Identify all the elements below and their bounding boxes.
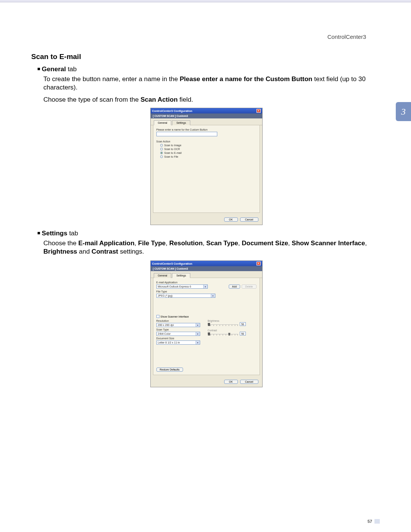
page-number-decoration	[374, 519, 380, 524]
top-header-bar	[0, 0, 411, 2]
contrast-slider[interactable]: 50	[208, 332, 256, 335]
tab-settings[interactable]: Settings	[172, 120, 190, 125]
checkbox-icon	[156, 315, 159, 318]
cancel-button[interactable]: Cancel	[240, 217, 258, 222]
general-paragraph-2: Choose the type of scan from the Scan Ac…	[43, 96, 381, 104]
email-app-select[interactable]: Microsoft Outlook Express 6▾	[156, 284, 208, 289]
chevron-down-icon: ▾	[211, 294, 215, 297]
dialog-titlebar: ControlCenter3 Configuration ×	[151, 108, 262, 113]
section-title: Scan to E-mail	[31, 53, 381, 61]
custom-name-label: Please enter a name for the Custom Butto…	[156, 128, 256, 131]
restore-defaults-button[interactable]: Restore Defaults	[156, 367, 183, 372]
radio-scan-to-image[interactable]: Scan to Image	[160, 144, 256, 147]
bullet-icon: ■	[37, 230, 40, 236]
chevron-down-icon: ▾	[203, 285, 207, 288]
close-icon[interactable]: ×	[256, 262, 261, 265]
delete-button[interactable]: Delete	[242, 284, 256, 289]
brightness-label: Brightness	[208, 320, 256, 322]
tab-settings[interactable]: Settings	[172, 273, 190, 278]
chevron-down-icon: ▾	[196, 332, 200, 335]
add-button[interactable]: Add	[229, 284, 240, 289]
settings-heading: ■Settings tab	[37, 230, 381, 237]
docsize-select[interactable]: Letter 8 1/2 x 11 in▾	[156, 340, 200, 345]
dialog-titlebar: ControlCenter3 Configuration ×	[151, 261, 262, 266]
email-app-label: E-mail Application	[156, 281, 256, 284]
scantype-label: Scan Type	[156, 328, 208, 331]
dialog-title: ControlCenter3 Configuration	[152, 262, 193, 265]
resolution-select[interactable]: 200 x 200 dpi▾	[156, 323, 200, 327]
tab-general[interactable]: General	[154, 273, 172, 278]
filetype-select[interactable]: JPEG (*.jpg)▾	[156, 294, 215, 298]
contrast-value[interactable]: 50	[240, 332, 246, 335]
chevron-down-icon: ▾	[196, 323, 200, 327]
chapter-tab: 3	[396, 102, 411, 121]
show-scanner-checkbox-row[interactable]: Show Scanner Interface	[156, 315, 256, 318]
general-heading: ■General tab	[37, 66, 381, 73]
tab-general[interactable]: General	[154, 120, 172, 125]
scan-action-label: Scan Action	[156, 140, 256, 143]
ok-button[interactable]: OK	[224, 217, 238, 222]
radio-scan-to-ocr[interactable]: Scan to OCR	[160, 148, 256, 150]
bullet-icon: ■	[37, 66, 40, 72]
dialog-subtitle: [ CUSTOM SCAN ] Custom3	[151, 113, 262, 118]
filetype-label: File Type	[156, 290, 256, 293]
brightness-value[interactable]: 50	[240, 322, 246, 326]
dialog-settings: ControlCenter3 Configuration × [ CUSTOM …	[150, 260, 263, 387]
docsize-label: Document Size	[156, 337, 208, 340]
resolution-label: Resolution	[156, 320, 208, 322]
settings-paragraph: Choose the E-mail Application, File Type…	[43, 239, 381, 256]
radio-scan-to-file[interactable]: Scan to File	[160, 155, 256, 158]
dialog-title: ControlCenter3 Configuration	[152, 109, 193, 113]
dialog-subtitle: [ CUSTOM SCAN ] Custom3	[151, 266, 262, 271]
scantype-select[interactable]: 24bit Color▾	[156, 332, 200, 336]
cancel-button[interactable]: Cancel	[240, 380, 258, 384]
radio-scan-to-email[interactable]: Scan to E-mail	[160, 152, 256, 154]
contrast-label: Contrast	[208, 329, 256, 332]
page-number: 57	[368, 519, 372, 524]
custom-name-input[interactable]	[156, 132, 217, 136]
brightness-slider[interactable]: 50	[208, 322, 256, 326]
dialog-general: ControlCenter3 Configuration × [ CUSTOM …	[150, 108, 263, 225]
general-paragraph-1: To create the button name, enter a name …	[43, 75, 381, 92]
header-breadcrumb: ControlCenter3	[327, 34, 366, 40]
close-icon[interactable]: ×	[256, 109, 261, 113]
ok-button[interactable]: OK	[224, 380, 238, 384]
chevron-down-icon: ▾	[196, 341, 200, 344]
